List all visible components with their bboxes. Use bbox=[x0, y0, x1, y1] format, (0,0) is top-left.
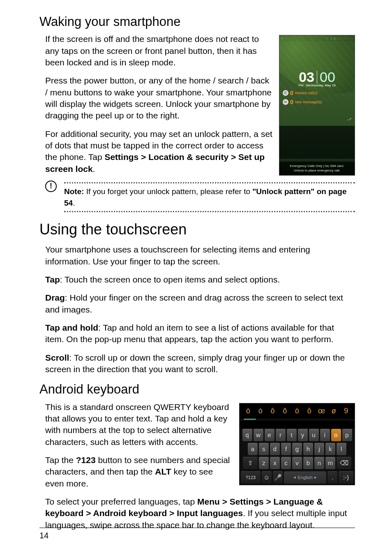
clock-minutes: 00 bbox=[320, 69, 335, 85]
note-block: ! Note: If you forget your unlock patter… bbox=[39, 182, 355, 212]
message-icon: ✉ bbox=[283, 99, 288, 105]
missed-count: 0 bbox=[290, 90, 293, 96]
note-text: Note: If you forget your unlock pattern,… bbox=[64, 186, 355, 208]
note-icon: ! bbox=[45, 181, 57, 192]
touch-tap: Tap: Touch the screen once to open items… bbox=[39, 274, 355, 285]
page-rule bbox=[39, 528, 355, 528]
heading-touchscreen: Using the touchscreen bbox=[39, 220, 355, 238]
clock-hours: 03 bbox=[299, 69, 314, 85]
keyboard-figure: òó ôõ öō œø 9 qw er ty ui op as df gh jk… bbox=[239, 403, 355, 485]
missed-label: missed call(s) bbox=[295, 91, 318, 95]
clock-ampm: PM bbox=[298, 83, 303, 87]
backspace-key: ⌫ bbox=[337, 457, 351, 469]
shift-key: ⇧ bbox=[243, 457, 258, 469]
heading-keyboard: Android keyboard bbox=[39, 382, 355, 397]
msg-label: new message(s) bbox=[295, 100, 322, 104]
symbols-key: ?123 bbox=[241, 471, 261, 484]
touch-p1: Your smartphone uses a touchscreen for s… bbox=[39, 244, 355, 267]
phone-icon: ✆ bbox=[283, 90, 288, 96]
globe-key: ☺ bbox=[262, 471, 272, 484]
smile-key: :-) bbox=[339, 471, 353, 484]
touch-drag: Drag: Hold your finger on the screen and… bbox=[39, 292, 355, 315]
accent-row: òó ôõ öō œø 9 bbox=[240, 403, 355, 419]
lockscreen-figure: ✱ ⎋ ▼ ▮ ▮▮ ▮ 3:00 PM 03 00 PM Wednesday,… bbox=[279, 35, 355, 176]
msg-count: 0 bbox=[290, 99, 293, 105]
period-key: . bbox=[327, 471, 337, 484]
clock-date: Wednesday, May 18 bbox=[306, 83, 335, 87]
kbd-p3: To select your preferred languages, tap … bbox=[39, 496, 355, 531]
heading-waking: Waking your smartphone bbox=[39, 14, 355, 29]
footer-line2: Unlock to place emergency call. bbox=[280, 169, 354, 173]
page-number: 14 bbox=[39, 531, 48, 540]
mic-key: 🎤 bbox=[273, 471, 283, 484]
space-key: ◂ English ▸ bbox=[284, 471, 326, 484]
touch-scroll: Scroll: To scroll up or down the screen,… bbox=[39, 352, 355, 375]
touch-taphold: Tap and hold: Tap and hold an item to se… bbox=[39, 322, 355, 345]
footer-line1: Emergency Calls Only | No SIM card. bbox=[280, 164, 354, 168]
weather-temp: --° bbox=[340, 118, 351, 122]
